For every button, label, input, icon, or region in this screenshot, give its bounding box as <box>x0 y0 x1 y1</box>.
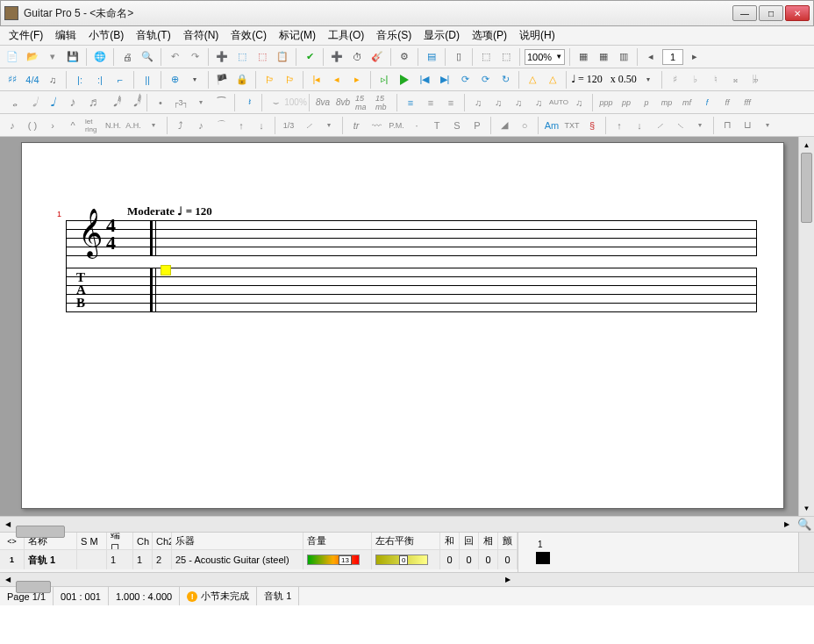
arpeggio-icon[interactable]: ⟋ <box>651 117 668 134</box>
dyn-f[interactable]: f <box>698 94 716 111</box>
first-bar-icon[interactable]: |◀ <box>416 71 433 89</box>
tuplet-icon[interactable]: ┌3┐ <box>172 94 189 111</box>
track-tre[interactable]: 0 <box>498 550 518 569</box>
vibrato-icon[interactable]: 〰 <box>368 117 385 134</box>
first-marker-icon[interactable]: |◂ <box>308 71 325 89</box>
track-info-icon[interactable]: 📋 <box>274 48 291 66</box>
wah-icon[interactable]: ○ <box>516 117 533 134</box>
voice-4-icon[interactable]: ♫ <box>530 94 547 111</box>
brush-1-3[interactable]: 1/3 <box>280 117 297 134</box>
repeat-open-icon[interactable]: |: <box>71 71 89 89</box>
stretch-pct[interactable]: 100% <box>287 94 304 111</box>
ghost-note-icon[interactable]: ♪ <box>4 117 21 134</box>
downstroke-icon[interactable]: ↓ <box>253 117 270 134</box>
stroke-dropdown[interactable]: ▾ <box>691 117 709 134</box>
whole-note-icon[interactable]: 𝅝 <box>4 94 21 111</box>
menu-options[interactable]: 选项(P) <box>467 26 512 45</box>
redo-icon[interactable]: ↷ <box>186 48 204 66</box>
dyn-pp[interactable]: pp <box>618 94 635 111</box>
menu-effects[interactable]: 音效(C) <box>225 26 272 45</box>
check-icon[interactable]: ✔ <box>301 48 318 66</box>
settings-icon[interactable]: ⚙ <box>396 48 413 66</box>
stroke-down-icon[interactable]: ↓ <box>631 117 648 134</box>
text-icon[interactable]: TXT <box>563 117 581 134</box>
repeat-close-icon[interactable]: :| <box>91 71 109 89</box>
double-bar-icon[interactable]: || <box>139 71 156 89</box>
alternate-ending-icon[interactable]: ⌐ <box>111 71 129 89</box>
speed-dropdown-icon[interactable]: ▾ <box>639 71 657 89</box>
pick-dropdown[interactable]: ▾ <box>759 117 776 134</box>
step-icon[interactable]: ⟳ <box>476 71 494 89</box>
score-paper[interactable]: Moderate ♩ = 120 1 𝄞 44 <box>21 142 784 509</box>
menu-tools[interactable]: 工具(O) <box>323 26 369 45</box>
texture-icon[interactable]: ▦ <box>595 48 612 66</box>
accent-icon[interactable]: › <box>44 117 61 134</box>
bend-icon[interactable]: ⤴ <box>172 117 189 134</box>
view-mode-3-icon[interactable]: ⬚ <box>477 48 495 66</box>
section-icon[interactable]: § <box>583 117 601 134</box>
page-number-input[interactable]: 1 <box>662 49 683 65</box>
menu-track[interactable]: 音轨(T) <box>131 26 175 45</box>
key-sig-sharp-icon[interactable]: ♯♯ <box>4 71 21 89</box>
brush-icon[interactable]: ⟋ <box>300 117 318 134</box>
dyn-mf[interactable]: mf <box>678 94 696 111</box>
voice-3-icon[interactable]: ♫ <box>510 94 527 111</box>
triplet-feel-icon[interactable]: ♫ <box>44 71 61 89</box>
measure-strip[interactable]: 1 <box>518 533 814 572</box>
prev-page-icon[interactable]: ◂ <box>642 48 660 66</box>
track-pha[interactable]: 0 <box>479 550 498 569</box>
lock-icon[interactable]: 🔒 <box>233 71 251 89</box>
marker-icon[interactable]: 🏴 <box>213 71 231 89</box>
dropdown-icon[interactable]: ▾ <box>44 48 61 66</box>
quarter-note-icon[interactable]: ♩ <box>44 94 61 111</box>
voice-5-icon[interactable]: ♫ <box>570 94 588 111</box>
menu-file[interactable]: 文件(F) <box>4 26 48 45</box>
menu-note[interactable]: 音符(N) <box>178 26 225 45</box>
find-icon[interactable]: 🔍 <box>796 517 812 533</box>
fermata-icon[interactable]: ⌣ <box>267 94 284 111</box>
tapping[interactable]: T <box>428 117 446 134</box>
staccato-icon[interactable]: · <box>408 117 425 134</box>
natural-icon[interactable]: ♮ <box>707 71 725 89</box>
print-preview-icon[interactable]: 🔍 <box>139 48 156 66</box>
chord-icon[interactable]: Am <box>543 117 561 134</box>
menu-edit[interactable]: 编辑 <box>50 26 82 45</box>
coda-dropdown-icon[interactable]: ▾ <box>186 71 204 89</box>
eighth-note-icon[interactable]: ♪ <box>64 94 82 111</box>
menu-help[interactable]: 说明(H) <box>514 26 561 45</box>
track-hscroll[interactable]: ◀ ▶ <box>0 572 814 586</box>
grace-icon[interactable]: ♪ <box>192 117 210 134</box>
dead-note-icon[interactable]: ( ) <box>24 117 41 134</box>
art-harmonic[interactable]: A.H. <box>125 117 142 134</box>
tie-icon[interactable]: ⁀ <box>212 94 230 111</box>
voice-1-icon[interactable]: ♫ <box>469 94 487 111</box>
loop-icon[interactable]: ⟳ <box>456 71 474 89</box>
track-cho[interactable]: 0 <box>440 550 460 569</box>
pickstroke-down-icon[interactable]: ⊔ <box>739 117 756 134</box>
sharp-icon[interactable]: ♯ <box>667 71 684 89</box>
countdown-icon[interactable]: △ <box>544 71 561 89</box>
track-pan[interactable]: 0 <box>372 550 440 569</box>
minimize-button[interactable]: — <box>732 5 757 21</box>
flat-icon[interactable]: ♭ <box>687 71 704 89</box>
track-port[interactable]: 1 <box>107 550 133 569</box>
menu-bar[interactable]: 小节(B) <box>83 26 129 45</box>
track-name[interactable]: 音轨 1 <box>25 550 77 569</box>
heavy-accent-icon[interactable]: ^ <box>64 117 82 134</box>
track-row[interactable]: 1 音轨 1 1 1 2 25 - Acoustic Guitar (steel… <box>0 550 518 569</box>
prev-marker-icon[interactable]: ◂ <box>328 71 346 89</box>
pickstroke-up-icon[interactable]: ⊓ <box>718 117 736 134</box>
dyn-p[interactable]: p <box>638 94 655 111</box>
ottava-15ma[interactable]: 15 ma <box>354 94 372 111</box>
hammer-icon[interactable]: ⌒ <box>212 117 230 134</box>
dotted-icon[interactable]: • <box>152 94 169 111</box>
slapping[interactable]: S <box>448 117 466 134</box>
upstroke-icon[interactable]: ↑ <box>232 117 250 134</box>
timer-icon[interactable]: ⏱ <box>348 48 366 66</box>
measure-block[interactable] <box>536 552 550 564</box>
horizontal-scrollbar[interactable]: ◀ ▶ 🔍 <box>0 516 814 532</box>
menu-marker[interactable]: 标记(M) <box>274 26 321 45</box>
track-sm[interactable] <box>77 550 107 569</box>
track-instrument[interactable]: 25 - Acoustic Guitar (steel) <box>172 550 303 569</box>
double-flat-icon[interactable]: 𝄫 <box>747 71 765 89</box>
